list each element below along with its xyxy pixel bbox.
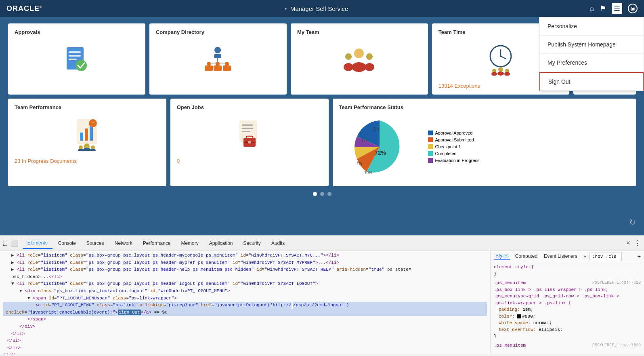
tile-team-performance-status[interactable]: Team Performance Status xyxy=(333,99,636,186)
svg-point-23 xyxy=(365,63,374,71)
pagination-dot-3[interactable] xyxy=(327,192,331,196)
tile-open-jobs-footer: 0 xyxy=(177,158,322,164)
style-rule-element: element.style { } xyxy=(494,264,641,277)
tile-my-team-icon xyxy=(297,39,422,80)
approvals-icon xyxy=(63,45,91,74)
svg-text:72%: 72% xyxy=(375,150,386,156)
svg-rect-42 xyxy=(85,128,88,141)
refresh-button[interactable]: ↻ xyxy=(629,217,636,227)
devtools-more-icon[interactable]: ⋮ xyxy=(634,239,641,247)
legend-dot-completed xyxy=(428,151,433,156)
tile-approvals-title: Approvals xyxy=(15,29,139,35)
dropdown-sign-out[interactable]: Sign Out xyxy=(539,72,644,91)
svg-point-15 xyxy=(216,62,220,66)
svg-point-28 xyxy=(500,55,501,57)
legend-dot-eval-in-progress xyxy=(428,158,433,163)
devtools-tab-application[interactable]: Application xyxy=(204,238,238,249)
devtools-tab-memory[interactable]: Memory xyxy=(176,238,203,249)
code-line-14: </ul> xyxy=(3,352,487,354)
title-text: Manager Self Service xyxy=(290,5,348,12)
svg-point-49 xyxy=(78,149,84,151)
devtools-tab-security[interactable]: Security xyxy=(239,238,266,249)
tile-team-performance[interactable]: Team Performance ↑ xyxy=(8,99,166,186)
legend-approval-approved: Approval Approved xyxy=(428,131,480,135)
styles-tab-styles[interactable]: Styles xyxy=(494,252,510,260)
user-icon[interactable]: ◉ xyxy=(628,4,638,13)
tile-company-directory[interactable]: Company Directory xyxy=(149,23,287,95)
svg-rect-12 xyxy=(205,65,213,71)
devtools-tab-audits[interactable]: Audits xyxy=(266,238,289,249)
header-icons: ⌂ ⚑ ☰ ◉ xyxy=(589,3,638,14)
svg-point-17 xyxy=(225,62,229,66)
styles-tab-computed[interactable]: Computed xyxy=(514,253,539,260)
tiles-row-2: Team Performance ↑ xyxy=(8,99,636,186)
dropdown-preferences[interactable]: My Preferences xyxy=(539,54,644,72)
svg-point-13 xyxy=(207,62,211,66)
legend-label-approval-submitted: Approval Submitted xyxy=(435,137,474,142)
oracle-logo: ORACLE® xyxy=(6,4,42,13)
devtools-close-icon[interactable]: × xyxy=(626,239,630,247)
tile-my-team-title: My Team xyxy=(297,29,422,35)
devtools-tab-network[interactable]: Network xyxy=(110,238,137,249)
svg-point-20 xyxy=(345,53,352,60)
devtools-device-icon[interactable]: ⬜ xyxy=(10,239,19,247)
dropdown-personalize[interactable]: Personalize xyxy=(539,17,644,36)
svg-point-34 xyxy=(504,72,510,76)
code-line-4: psc_hidden>...</li> xyxy=(3,274,487,281)
devtools-inspector-icon[interactable]: ⬚ xyxy=(3,239,7,247)
svg-point-4 xyxy=(76,60,87,71)
styles-tab-event-listeners[interactable]: Event Listeners xyxy=(542,253,579,260)
svg-text:3%: 3% xyxy=(373,127,380,131)
tile-my-team[interactable]: My Team xyxy=(291,23,428,95)
tile-company-directory-title: Company Directory xyxy=(156,29,280,35)
app-header: ORACLE® Manager Self Service ⌂ ⚑ ☰ ◉ Per… xyxy=(0,0,644,17)
code-line-10: </div> xyxy=(3,323,487,331)
code-line-2: ▶ <li role="listitem" class="ps_box-grou… xyxy=(3,259,487,267)
legend-label-approval-approved: Approval Approved xyxy=(435,131,473,135)
flag-icon[interactable]: ⚑ xyxy=(600,4,606,13)
tile-open-jobs[interactable]: Open Jobs 0 xyxy=(170,99,329,186)
legend-approval-submitted: Approval Submitted xyxy=(428,137,480,142)
svg-point-18 xyxy=(354,48,364,58)
home-icon[interactable]: ⌂ xyxy=(589,4,594,13)
legend-eval-in-progress: Evaluation in Progress xyxy=(428,158,480,163)
svg-rect-6 xyxy=(214,54,221,58)
code-line-11: </li> xyxy=(3,331,487,338)
app-title: Manager Self Service xyxy=(284,5,348,12)
svg-rect-16 xyxy=(223,65,231,71)
menu-icon[interactable]: ☰ xyxy=(612,3,622,14)
svg-rect-54 xyxy=(242,128,253,129)
svg-rect-53 xyxy=(242,124,253,126)
svg-point-51 xyxy=(90,149,96,151)
styles-filter-input[interactable] xyxy=(589,253,622,260)
tile-team-performance-footer: 23 In Progress Documents xyxy=(15,158,160,164)
styles-header: Styles Computed Event Listeners » + xyxy=(494,252,641,262)
devtools-tab-sources[interactable]: Sources xyxy=(82,238,109,249)
my-team-icon xyxy=(342,44,376,75)
svg-point-50 xyxy=(83,148,91,151)
tile-approvals[interactable]: Approvals xyxy=(8,23,145,95)
svg-rect-59 xyxy=(248,141,251,143)
devtools-toolbar-icons: × ⋮ xyxy=(626,239,641,247)
styles-chevron-right[interactable]: » xyxy=(584,254,586,259)
pagination-dot-2[interactable] xyxy=(320,192,324,196)
devtools-tab-performance[interactable]: Performance xyxy=(138,238,176,249)
legend-label-completed: Completed xyxy=(435,151,457,156)
devtools-code-panel: ▶ <li role="listitem" class="ps_box-grou… xyxy=(0,251,491,354)
svg-point-31 xyxy=(498,67,503,72)
devtools-tab-console[interactable]: Console xyxy=(53,238,81,249)
legend-label-checkpoint1: Checkpoint 1 xyxy=(435,144,461,149)
dropdown-publish-homepage[interactable]: Publish System Homepage xyxy=(539,36,644,54)
pagination-dot-1[interactable] xyxy=(313,192,317,196)
devtools-header: ⬚ ⬜ Elements Console Sources Network Per… xyxy=(0,236,644,251)
svg-rect-3 xyxy=(69,59,77,60)
svg-rect-2 xyxy=(69,55,81,57)
style-rule-ps-menuitem: .ps_menuitem PSSYLEDEF_1.css:7628 .ps_bo… xyxy=(494,280,641,340)
devtools-tab-elements[interactable]: Elements xyxy=(23,238,52,249)
legend-dot-checkpoint1 xyxy=(428,144,433,149)
code-line-9: </span> xyxy=(3,316,487,323)
svg-text:10%: 10% xyxy=(364,171,372,175)
code-line-7: ▼ <span id="PT_LOGOUT_MENUspan" class="p… xyxy=(3,295,487,302)
styles-add-rule-icon[interactable]: + xyxy=(638,253,641,259)
tile-team-performance-title: Team Performance xyxy=(15,104,160,110)
